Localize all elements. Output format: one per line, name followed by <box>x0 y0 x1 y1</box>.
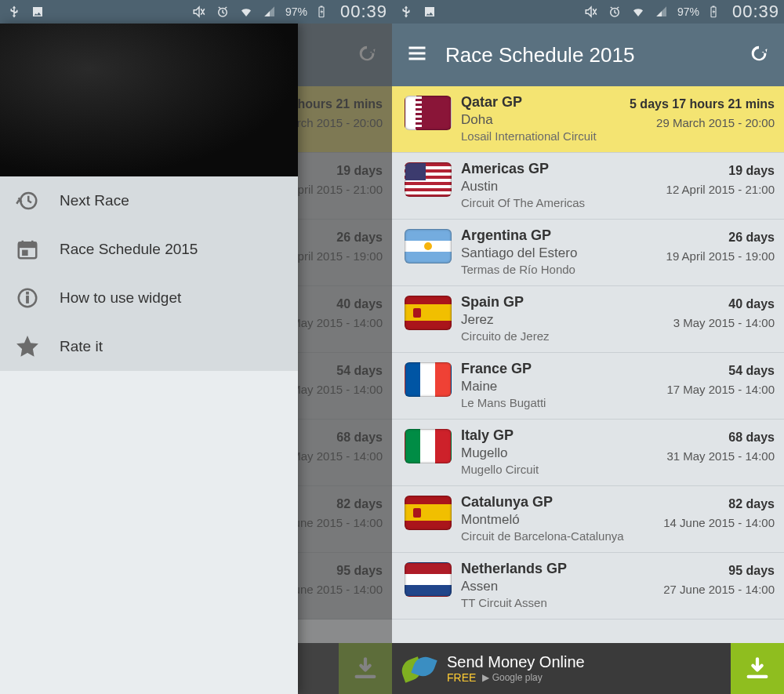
race-circuit: TT Circuit Assen <box>461 596 654 609</box>
svg-rect-2 <box>320 6 322 8</box>
clock: 00:39 <box>340 2 387 22</box>
download-button[interactable] <box>731 643 784 694</box>
phone-screenshot-left: 97% 00:39 Race Schedule 2015 hours 21 mi… <box>0 0 392 694</box>
list-item[interactable]: Qatar GPDohaLosail International Circuit… <box>392 86 784 153</box>
battery-percent: 97% <box>285 5 307 18</box>
race-city: Santiago del Estero <box>461 245 657 261</box>
svg-rect-8 <box>27 296 29 303</box>
alarm-icon <box>608 5 622 19</box>
drawer-item-label: How to use widget <box>60 289 181 307</box>
race-datetime: 12 April 2015 - 21:00 <box>666 183 775 196</box>
list-item[interactable]: France GPMaineLe Mans Bugatti54 days17 M… <box>392 353 784 420</box>
battery-percent: 97% <box>677 5 699 18</box>
race-countdown: 68 days <box>666 431 775 445</box>
race-name: France GP <box>461 361 657 377</box>
ad-text: Send Money Online FREE ▶ Google play <box>447 653 720 684</box>
list-item[interactable]: Americas GPAustinCircuit Of The Americas… <box>392 153 784 220</box>
flag-icon <box>405 562 452 597</box>
svg-rect-12 <box>712 6 714 8</box>
race-name: Italy GP <box>461 427 657 444</box>
info-icon <box>16 286 39 310</box>
ad-banner[interactable]: Send Money Online FREE ▶ Google play <box>392 643 784 694</box>
race-countdown: 19 days <box>666 164 775 178</box>
status-bar: 97% 00:39 <box>0 0 392 24</box>
race-name: Argentina GP <box>461 227 657 244</box>
list-item[interactable]: Catalunya GPMontmelóCircuit de Barcelona… <box>392 486 784 553</box>
usb-icon <box>7 5 21 19</box>
flag-icon <box>405 96 452 130</box>
race-name: Americas GP <box>461 161 657 177</box>
drawer-item-label: Rate it <box>60 338 103 355</box>
page-title: Race Schedule 2015 <box>445 43 634 67</box>
ad-price: FREE <box>447 671 476 684</box>
drawer-item-next-race[interactable]: Next Race <box>0 176 298 225</box>
race-circuit: Le Mans Bugatti <box>461 396 657 409</box>
flag-icon <box>405 296 452 330</box>
race-name: Spain GP <box>461 294 664 311</box>
flag-icon <box>405 229 452 263</box>
race-city: Assen <box>461 579 654 594</box>
race-city: Jerez <box>461 312 664 328</box>
mute-icon <box>584 5 598 19</box>
signal-icon <box>655 5 669 19</box>
flag-icon <box>405 496 452 530</box>
refresh-icon[interactable] <box>748 42 770 67</box>
list-item[interactable]: Netherlands GPAssenTT Circuit Assen95 da… <box>392 553 784 620</box>
race-circuit: Termas de Río Hondo <box>461 263 657 276</box>
race-city: Austin <box>461 179 657 194</box>
mute-icon <box>192 5 206 19</box>
usb-icon <box>399 5 413 19</box>
race-countdown: 95 days <box>663 564 775 578</box>
ad-title: Send Money Online <box>447 653 720 671</box>
wifi-icon <box>239 5 253 19</box>
race-name: Netherlands GP <box>461 561 654 577</box>
race-city: Montmeló <box>461 512 654 528</box>
list-item[interactable]: Spain GPJerezCircuito de Jerez40 days3 M… <box>392 286 784 353</box>
race-countdown: 5 days 17 hours 21 mins <box>630 97 775 111</box>
race-city: Maine <box>461 379 657 394</box>
history-icon <box>16 189 39 213</box>
race-countdown: 82 days <box>663 497 775 511</box>
race-datetime: 31 May 2015 - 14:00 <box>666 449 775 463</box>
race-circuit: Circuit Of The Americas <box>461 196 657 209</box>
svg-rect-6 <box>23 250 27 255</box>
phone-screenshot-right: 97% 00:39 Race Schedule 2015 Qatar GPDoh… <box>392 0 784 694</box>
battery-charging-icon <box>314 5 328 19</box>
download-icon <box>744 656 771 682</box>
menu-icon[interactable] <box>406 42 428 67</box>
race-list[interactable]: Qatar GPDohaLosail International Circuit… <box>392 86 784 620</box>
race-datetime: 19 April 2015 - 19:00 <box>666 249 775 263</box>
ad-logo-icon <box>401 652 436 686</box>
svg-rect-5 <box>19 242 37 247</box>
race-name: Qatar GP <box>461 94 620 111</box>
race-circuit: Losail International Circuit <box>461 129 620 143</box>
navigation-drawer: Next Race Race Schedule 2015 How to use … <box>0 24 298 694</box>
calendar-icon <box>16 238 39 261</box>
ad-store: ▶ Google play <box>482 672 542 683</box>
clock: 00:39 <box>732 2 779 22</box>
drawer-item-label: Next Race <box>60 192 129 209</box>
app-bar: Race Schedule 2015 <box>392 24 784 86</box>
list-item[interactable]: Italy GPMugelloMugello Circuit68 days31 … <box>392 420 784 486</box>
flag-icon <box>405 162 452 197</box>
drawer-item-howto[interactable]: How to use widget <box>0 274 298 322</box>
race-circuit: Mugello Circuit <box>461 463 657 476</box>
race-countdown: 40 days <box>673 297 775 311</box>
image-icon <box>423 5 437 19</box>
race-datetime: 14 June 2015 - 14:00 <box>663 516 775 529</box>
drawer-item-schedule[interactable]: Race Schedule 2015 <box>0 225 298 274</box>
alarm-icon <box>216 5 230 19</box>
race-circuit: Circuit de Barcelona-Catalunya <box>461 529 654 543</box>
signal-icon <box>263 5 277 19</box>
race-datetime: 17 May 2015 - 14:00 <box>666 383 775 396</box>
race-datetime: 3 May 2015 - 14:00 <box>673 316 775 329</box>
drawer-item-rate[interactable]: Rate it <box>0 322 298 371</box>
status-bar: 97% 00:39 <box>392 0 784 24</box>
list-item[interactable]: Argentina GPSantiago del EsteroTermas de… <box>392 220 784 286</box>
race-countdown: 54 days <box>666 364 775 378</box>
flag-icon <box>405 429 452 463</box>
race-circuit: Circuito de Jerez <box>461 329 664 343</box>
drawer-header <box>0 24 298 176</box>
battery-charging-icon <box>706 5 720 19</box>
star-icon <box>16 335 39 358</box>
